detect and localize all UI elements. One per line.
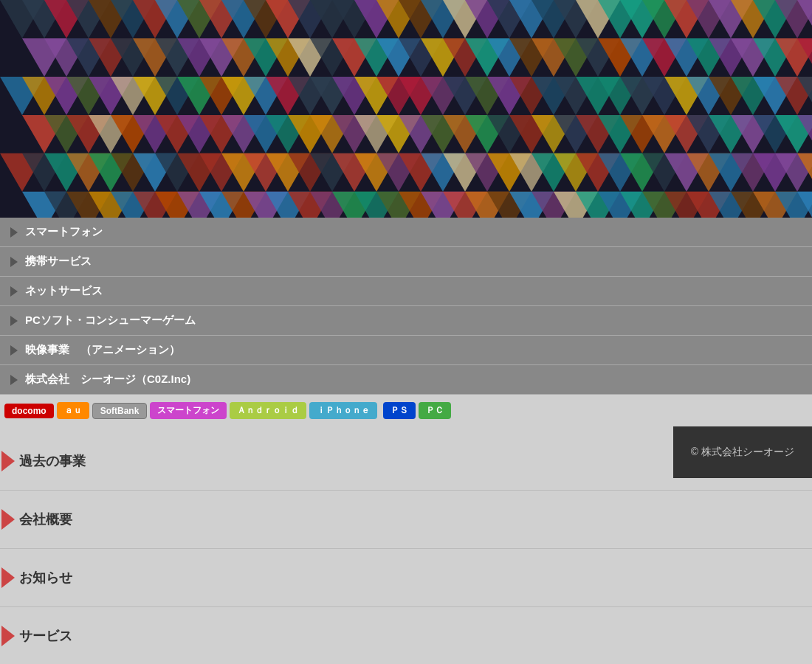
bottom-item-past-business[interactable]: 過去の事業 <box>0 432 812 491</box>
nav-item-animation[interactable]: 映像事業 （アニメーション） <box>0 336 812 365</box>
tag-android[interactable]: Ａｎｄｒｏｉｄ <box>230 402 306 419</box>
tags-container: docomo ａｕ SoftBank スマートフォン Ａｎｄｒｏｉｄ ｉＰｈｏｎ… <box>0 395 812 426</box>
bottom-item-label: 過去の事業 <box>19 452 86 470</box>
bottom-item-news[interactable]: お知らせ <box>0 549 812 607</box>
bottom-item-company-overview[interactable]: 会社概要 <box>0 491 812 549</box>
nav-arrow-icon <box>10 286 18 297</box>
bottom-item-label: お知らせ <box>19 569 72 587</box>
nav-item-mobile-service[interactable]: 携帯サービス <box>0 247 812 277</box>
bottom-menu: 過去の事業 会社概要 お知らせ サービス モバイルサービス サイトマップ <box>0 426 812 664</box>
tag-smartphone[interactable]: スマートフォン <box>150 402 227 419</box>
bottom-item-services[interactable]: サービス <box>0 607 812 664</box>
tag-au[interactable]: ａｕ <box>57 402 89 419</box>
side-triangle-icon <box>0 443 15 480</box>
nav-arrow-icon <box>10 257 18 267</box>
tag-iphone[interactable]: ｉＰｈｏｎｅ <box>309 402 377 419</box>
bottom-item-label: サービス <box>19 627 72 645</box>
tag-pc[interactable]: ＰＣ <box>419 402 451 419</box>
nav-label: PCソフト・コンシューマーゲーム <box>25 314 196 328</box>
nav-label: 映像事業 （アニメーション） <box>25 343 180 357</box>
bottom-item-label: 会社概要 <box>19 511 72 528</box>
tag-docomo[interactable]: docomo <box>4 404 54 418</box>
main-nav: スマートフォン 携帯サービス ネットサービス PCソフト・コンシューマーゲーム … <box>0 218 812 395</box>
tag-softbank[interactable]: SoftBank <box>92 403 148 419</box>
tags-copyright-section: docomo ａｕ SoftBank スマートフォン Ａｎｄｒｏｉｄ ｉＰｈｏｎ… <box>0 395 812 426</box>
nav-arrow-icon <box>10 227 18 238</box>
nav-label: ネットサービス <box>25 284 103 298</box>
nav-label: 株式会社 シーオージ（C0Z.Inc) <box>25 373 190 387</box>
side-triangle-icon <box>0 501 15 538</box>
nav-arrow-icon <box>10 375 18 385</box>
nav-arrow-icon <box>10 316 18 326</box>
nav-item-company[interactable]: 株式会社 シーオージ（C0Z.Inc) <box>0 365 812 395</box>
tag-ps[interactable]: ＰＳ <box>383 402 416 419</box>
hero-banner <box>0 0 812 218</box>
nav-item-smartphone[interactable]: スマートフォン <box>0 218 812 247</box>
nav-label: スマートフォン <box>25 225 103 239</box>
nav-item-net-service[interactable]: ネットサービス <box>0 277 812 306</box>
side-triangle-icon <box>0 618 15 654</box>
nav-label: 携帯サービス <box>25 255 92 269</box>
nav-item-pcsoft[interactable]: PCソフト・コンシューマーゲーム <box>0 306 812 336</box>
nav-arrow-icon <box>10 345 18 356</box>
side-triangle-icon <box>0 559 15 596</box>
